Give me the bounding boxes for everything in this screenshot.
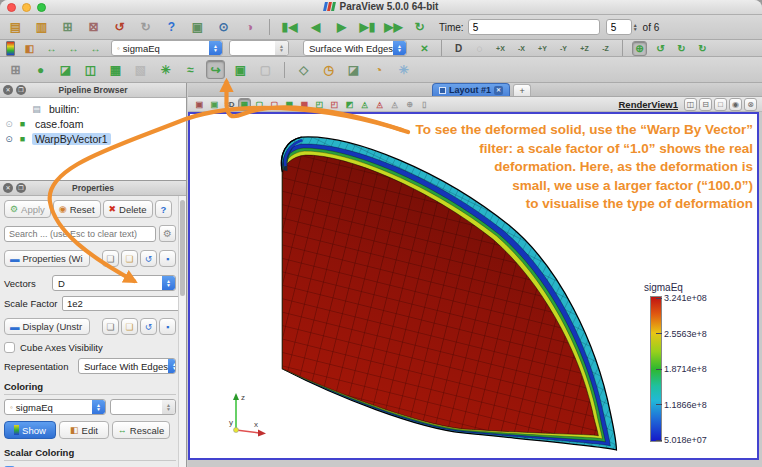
find-data-icon[interactable]: ⊙ [214,18,233,37]
hover-cells-icon[interactable]: ◬ [388,98,401,111]
color-array-combo[interactable]: ◦ sigmaEq ▲▼ [111,40,223,56]
redo-icon[interactable]: ↻ [136,18,155,37]
next-frame-icon[interactable]: ▶▮ [358,18,377,37]
close-panel-icon[interactable]: ✕ [3,183,13,193]
plot-global-variables-icon[interactable]: ◔ [369,60,388,79]
edit-color-map-icon[interactable]: ◧ [22,41,37,56]
save-defaults-icon[interactable]: ▪ [159,250,176,267]
section-display-button[interactable]: ▬Display (Unstr [4,318,90,335]
time-input[interactable] [468,19,600,35]
frame-stepper[interactable]: ▲▼ [633,23,638,31]
select-points-rect-icon[interactable]: ▢ [268,98,281,111]
coloring-component-combo[interactable]: ▲▼ [110,399,176,415]
section-properties-button[interactable]: ▬Properties (Wi [4,250,90,267]
warp-by-vector-icon[interactable]: ↪ [206,60,225,79]
rotate-camera-left-icon[interactable]: ↺ [653,41,668,56]
undo-icon[interactable]: ↺ [110,18,129,37]
cube-axes-checkbox[interactable] [4,342,15,353]
interactive-select-points-icon[interactable]: ◬ [373,98,386,111]
scale-factor-input[interactable] [62,296,186,311]
color-palette-icon[interactable]: ◑ [240,18,259,37]
toggle-color-legend-icon[interactable]: ✕ [417,41,432,56]
close-tab-icon[interactable]: ✕ [494,86,503,95]
calculator-icon[interactable]: ⊞ [6,60,25,79]
show-color-legend-button[interactable]: Show [4,421,56,439]
play-icon[interactable]: ▶ [332,18,351,37]
color-legend[interactable]: sigmaEq 3.241e+082.5563e+81.8714e+81.186… [642,282,752,445]
tab-layout-1[interactable]: Layout #1 ✕ [432,83,510,96]
vectors-combo[interactable]: D ▲▼ [52,275,176,291]
rescale-to-visible-range-icon[interactable]: ↔ [88,41,103,56]
set-view-minus-y-icon[interactable]: -Y [556,41,571,56]
rescale-to-data-range-icon[interactable]: ↔ [44,41,59,56]
extract-selection-icon[interactable]: ◪ [344,60,363,79]
set-view-minus-z-icon[interactable]: -Z [598,41,613,56]
slice-icon[interactable]: ◫ [81,60,100,79]
last-frame-icon[interactable]: ▶▶ [384,18,403,37]
camera-manipulation-icon[interactable]: ⊕ [632,41,647,56]
extract-level-icon[interactable]: ▢ [256,60,275,79]
reset-defaults-icon[interactable]: ↺ [140,250,157,267]
color-component-combo[interactable]: ▲▼ [229,40,289,56]
split-horizontal-button[interactable]: ◫ [684,98,697,111]
data-axes-grid-icon[interactable]: D [451,41,466,56]
frame-spinbox[interactable] [606,19,632,35]
visibility-eye-icon[interactable]: ⊙ [2,134,16,144]
select-cells-rect-icon[interactable]: ▢ [253,98,266,111]
plot-over-line-icon[interactable]: ◇ [294,60,313,79]
select-frustum-points-icon[interactable]: ◰ [328,98,341,111]
select-block-icon[interactable]: ◩ [343,98,356,111]
pipeline-item-case-foam[interactable]: ⊙ ■ case.foam [2,116,184,131]
visibility-eye-icon[interactable]: ⊙ [2,119,16,129]
set-view-minus-x-icon[interactable]: -X [514,41,529,56]
toggle-2d3d-icon[interactable]: 3D [223,98,236,111]
search-input[interactable] [4,226,156,242]
stream-tracer-icon[interactable]: ≈ [181,60,200,79]
search-options-gear-icon[interactable]: ⚙ [159,225,176,242]
contour-icon[interactable]: ● [31,60,50,79]
capture-screenshot-icon[interactable]: ▣ [188,18,207,37]
loop-icon[interactable]: ↻ [410,18,429,37]
set-view-plus-x-icon[interactable]: +X [493,41,508,56]
detach-view-button[interactable]: □ [714,98,727,111]
undock-panel-icon[interactable]: ❐ [16,183,26,193]
close-panel-icon[interactable]: ✕ [3,85,13,95]
render-view-title[interactable]: RenderView1 [619,99,679,110]
help-button[interactable]: ? [155,200,173,218]
copy-properties-icon[interactable]: ❏ [102,250,119,267]
clear-selection-icon[interactable]: ▯ [418,98,431,111]
extract-subset-icon[interactable]: ▧ [131,60,150,79]
zoom-to-selection-icon[interactable]: ⊕ [403,98,416,111]
pipeline-item-builtin[interactable]: ▤ builtin: [2,101,184,116]
split-vertical-button[interactable]: ⊟ [699,98,712,111]
reset-button[interactable]: ◉Reset [53,200,101,218]
adjust-camera-icon[interactable]: ▣ [193,98,206,111]
apply-button[interactable]: ⚙Apply [4,200,51,218]
group-datasets-icon[interactable]: ▣ [231,60,250,79]
set-view-plus-y-icon[interactable]: +Y [535,41,550,56]
rotate-camera-right-icon[interactable]: ↻ [674,41,689,56]
coloring-array-combo[interactable]: ◦ sigmaEq ▲▼ [4,399,106,415]
open-file-icon[interactable]: ▤ [6,18,25,37]
set-view-plus-z-icon[interactable]: +Z [577,41,592,56]
clip-icon[interactable]: ◪ [56,60,75,79]
new-layout-tab[interactable]: + [513,84,531,96]
capture-view-icon[interactable]: ▣ [208,98,221,111]
rescale-button[interactable]: ↔Rescale [112,421,170,439]
scrollbar-thumb[interactable] [180,200,185,296]
representation-combo-panel[interactable]: Surface With Edges ▲▼ [78,358,176,374]
view-settings-button[interactable]: ◉ [729,98,742,111]
disconnect-server-icon[interactable]: ⊠ [84,18,103,37]
undock-panel-icon[interactable]: ❐ [16,85,26,95]
delete-button[interactable]: ✖Delete [103,200,153,218]
previous-frame-icon[interactable]: ◀ [306,18,325,37]
edit-color-map-button[interactable]: ◧Edit [59,421,109,439]
close-view-button[interactable]: ⊗ [744,98,757,111]
render-view-canvas[interactable]: To see the deformed solid, use the “Warp… [188,112,759,460]
select-frustum-cells-icon[interactable]: ◰ [313,98,326,111]
copy-properties-icon[interactable]: ❏ [102,318,119,335]
interactive-select-cells-icon[interactable]: ◬ [358,98,371,111]
reset-defaults-icon[interactable]: ↺ [140,318,157,335]
rescale-to-custom-range-icon[interactable]: ↔ [66,41,81,56]
pipeline-item-warpbyvector1[interactable]: ⊙ ■ WarpByVector1 [2,131,184,146]
